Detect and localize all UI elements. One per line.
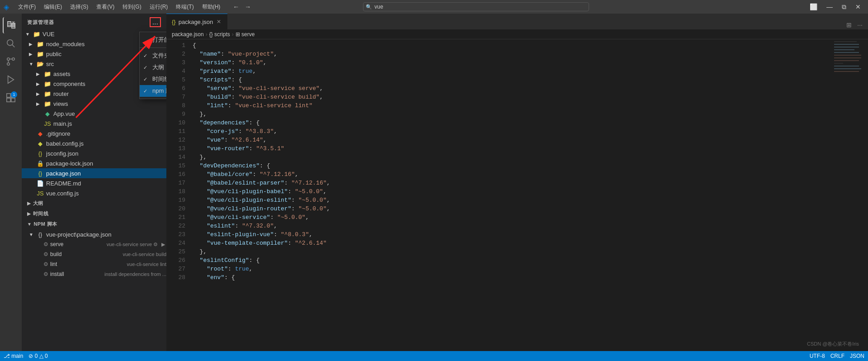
sidebar-header: 资源管理器 ...: [22, 14, 166, 29]
tree-item-app-vue[interactable]: ◆ App.vue: [22, 109, 166, 119]
activity-explorer[interactable]: [3, 17, 19, 33]
activity-extensions[interactable]: [3, 90, 19, 106]
tree-item-views[interactable]: ▶ 📁 views: [22, 99, 166, 109]
menu-item-open-editors[interactable]: 打开的编辑器: [140, 34, 166, 46]
status-language[interactable]: JSON: [850, 353, 864, 359]
tree-item-babel[interactable]: ◆ babel.config.js: [22, 138, 166, 148]
tree-item-readme[interactable]: 📄 README.md: [22, 178, 166, 188]
breadcrumb-sep: ›: [206, 31, 208, 38]
menu-item-folder[interactable]: ✓ 文件夹: [140, 50, 166, 62]
menu-help[interactable]: 帮助(H): [198, 2, 224, 12]
code-line-20: "@vue/cli-plugin-router": "~5.0.0",: [193, 204, 828, 213]
tree-item-main-js[interactable]: JS main.js: [22, 119, 166, 128]
expand-arrow: ▼: [29, 62, 36, 66]
nav-forward[interactable]: →: [243, 2, 253, 11]
tree-item-package-lock[interactable]: 🔒 package-lock.json: [22, 158, 166, 168]
nav-back[interactable]: ←: [231, 2, 241, 11]
outline-section[interactable]: ▶ 大纲: [22, 198, 166, 209]
close-button[interactable]: ✕: [852, 2, 864, 12]
more-tab-actions[interactable]: ···: [855, 20, 864, 29]
menu-terminal[interactable]: 终端(T): [172, 2, 197, 12]
menu-bar: 文件(F) 编辑(E) 选择(S) 查看(V) 转到(G) 运行(R) 终端(T…: [14, 2, 224, 12]
npm-script-cmd: vue-cli-service build: [123, 252, 166, 257]
menu-goto[interactable]: 转到(G): [119, 2, 145, 12]
svg-rect-21: [834, 60, 859, 61]
npm-script-install[interactable]: ⚙ install install dependencies from ...: [22, 269, 166, 279]
npm-script-name: build: [50, 251, 121, 257]
expand-arrow: ▶: [36, 81, 43, 86]
code-line-15: "devDependencies": {: [193, 162, 828, 170]
menu-edit[interactable]: 编辑(E): [40, 2, 66, 12]
main-area: 资源管理器 ... ▼ 📁 VUE ▶ 📁 node_modules ▶ 📁: [0, 14, 868, 351]
svg-point-4: [12, 58, 15, 61]
npm-script-cmd: install dependencies from ...: [104, 271, 166, 277]
breadcrumb-serve[interactable]: ⊞ serve: [236, 31, 255, 38]
json-lock-icon: 🔒: [36, 160, 44, 167]
menu-view[interactable]: 查看(V): [93, 2, 118, 12]
json-icon-active: {}: [36, 170, 44, 177]
npm-script-lint[interactable]: ⚙ lint vue-cli-service lint: [22, 259, 166, 269]
sidebar: 资源管理器 ... ▼ 📁 VUE ▶ 📁 node_modules ▶ 📁: [22, 14, 166, 351]
layout-button[interactable]: ⬜: [806, 2, 821, 12]
json-icon: {}: [36, 150, 44, 157]
code-line-6: "serve": "vue-cli-service serve",: [193, 84, 828, 93]
tab-package-json[interactable]: {} package.json ✕: [166, 14, 227, 29]
folder-icon: 📁: [43, 71, 52, 77]
npm-script-build[interactable]: ⚙ build vue-cli-service build: [22, 249, 166, 259]
menu-select[interactable]: 选择(S): [66, 2, 92, 12]
maximize-button[interactable]: ⧉: [838, 2, 850, 12]
run-icon[interactable]: ▶: [160, 241, 166, 248]
status-encoding[interactable]: UTF-8: [810, 353, 825, 359]
breadcrumb-file[interactable]: package.json: [172, 31, 204, 38]
menu-item-npm[interactable]: ✓ npm 脚本: [140, 85, 166, 97]
tab-bar: {} package.json ✕ ⊞ ···: [166, 14, 868, 29]
status-right: UTF-8 CRLF JSON: [810, 353, 864, 359]
vue-icon: ◆: [43, 110, 52, 117]
sidebar-title: 资源管理器: [27, 19, 54, 26]
activity-run[interactable]: [3, 71, 19, 88]
breadcrumb-scripts[interactable]: {} scripts: [209, 31, 230, 38]
tree-item-gitignore[interactable]: ◆ .gitignore: [22, 128, 166, 138]
code-line-26: "eslintConfig": {: [193, 256, 828, 265]
tab-close-button[interactable]: ✕: [216, 18, 222, 25]
editor-content: 12345 678910 1112131415 1617181920 21222…: [166, 39, 868, 351]
npm-script-name: install: [50, 271, 103, 277]
folder-open-icon: 📂: [36, 61, 44, 67]
breadcrumb: package.json › {} scripts › ⊞ serve: [166, 29, 868, 39]
npm-file-item[interactable]: ▼ {} vue-project\package.json: [22, 229, 166, 239]
menu-run[interactable]: 运行(R): [146, 2, 172, 12]
search-input[interactable]: [363, 2, 589, 11]
tree-item-jsconfig[interactable]: {} jsconfig.json: [22, 148, 166, 158]
menu-item-outline[interactable]: ✓ 大纲: [140, 62, 166, 73]
status-errors[interactable]: ⊘ 0 △ 0: [28, 353, 47, 359]
svg-rect-13: [832, 39, 868, 351]
menu-file[interactable]: 文件(F): [14, 2, 39, 12]
expand-arrow: ▶: [36, 101, 43, 106]
code-editor[interactable]: { "name": "vue-project", "version": "0.1…: [189, 39, 832, 351]
sidebar-more-button[interactable]: ...: [150, 17, 161, 27]
code-line-14: },: [193, 153, 828, 162]
settings-icon[interactable]: ⚙: [152, 241, 159, 248]
timeline-section[interactable]: ▶ 时间线: [22, 209, 166, 219]
svg-line-2: [12, 45, 14, 47]
menu-item-label: 文件夹: [152, 52, 166, 60]
minimize-button[interactable]: —: [823, 2, 836, 12]
code-line-4: "private": true,: [193, 67, 828, 76]
activity-source-control[interactable]: [3, 53, 19, 70]
context-menu: 打开的编辑器 ✓ 文件夹 ✓ 大纲 ✓ 时间线 ✓ npm 脚本: [139, 32, 166, 99]
svg-rect-18: [834, 52, 859, 53]
code-line-8: "lint": "vue-cli-service lint": [193, 101, 828, 110]
menu-item-timeline[interactable]: ✓ 时间线: [140, 73, 166, 85]
npm-script-serve[interactable]: ⚙ serve vue-cli-service serve ⚙ ▶: [22, 239, 166, 249]
npm-file-label: vue-project\package.json: [46, 231, 166, 238]
tree-item-vue-config[interactable]: JS vue.config.js: [22, 188, 166, 198]
status-line-ending[interactable]: CRLF: [830, 353, 844, 359]
activity-search[interactable]: [3, 35, 19, 52]
check-icon: ✓: [143, 53, 147, 59]
tree-item-package-json[interactable]: {} package.json: [22, 168, 166, 178]
svg-rect-19: [834, 55, 861, 56]
window-controls: ⬜ — ⧉ ✕: [806, 2, 864, 12]
npm-section[interactable]: ▼ NPM 脚本: [22, 219, 166, 229]
split-editor-button[interactable]: ⊞: [844, 20, 854, 29]
status-branch[interactable]: ⎇ main: [4, 353, 23, 359]
